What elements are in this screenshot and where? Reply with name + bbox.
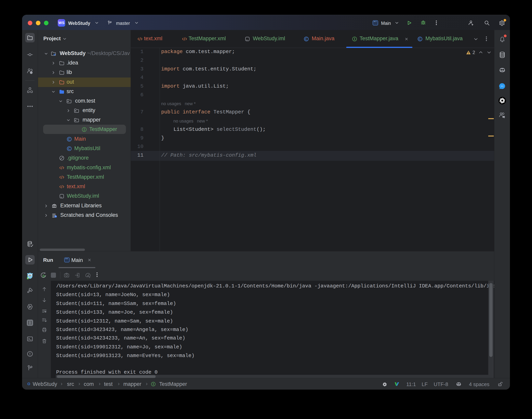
svg-text:?: ? bbox=[31, 71, 32, 74]
